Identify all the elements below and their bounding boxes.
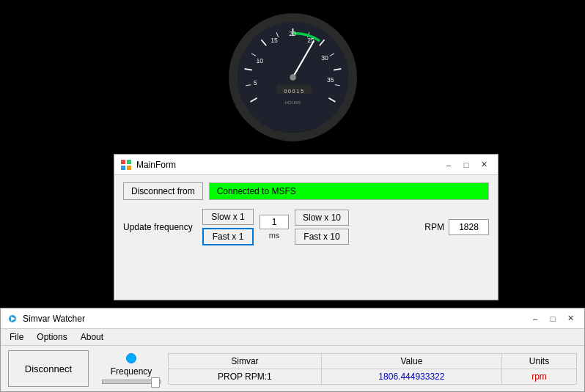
simvar-cell-value: 1806.444933322 — [321, 369, 501, 384]
svg-rect-29 — [127, 166, 131, 170]
simvar-menu: File Options About — [1, 329, 584, 346]
svg-rect-27 — [127, 160, 131, 164]
slow-x10-btn[interactable]: Slow x 10 — [295, 210, 349, 226]
simvar-header-units: Units — [502, 353, 577, 369]
slow-x1-btn[interactable]: Slow x 1 — [202, 209, 254, 225]
simvar-content: Disconnect Frequency Simvar Value Units … — [1, 346, 584, 391]
frequency-slider[interactable] — [102, 380, 161, 384]
simvar-titlebar-controls: – □ ✕ — [527, 312, 578, 325]
fast-buttons-col: Slow x 10 Fast x 10 — [295, 210, 349, 245]
mainform-close-btn[interactable]: ✕ — [476, 158, 492, 171]
mainform-title: MainForm — [136, 160, 176, 170]
simvar-icon — [7, 313, 18, 325]
simvar-cell-name: PROP RPM:1 — [169, 369, 322, 384]
mainform-minimize-btn[interactable]: – — [441, 158, 457, 171]
fast-x10-btn[interactable]: Fast x 10 — [295, 229, 349, 245]
mainform-titlebar: MainForm – □ ✕ — [114, 155, 498, 175]
ms-label: ms — [269, 231, 280, 240]
connect-row: Disconnect from Connected to MSFS — [123, 182, 489, 200]
svg-text:5: 5 — [253, 79, 257, 86]
frequency-slider-thumb — [151, 377, 160, 388]
simvar-close-btn[interactable]: ✕ — [562, 312, 578, 325]
svg-text:HOURS: HOURS — [284, 100, 301, 105]
frequency-row: Update frequency Slow x 1 Fast x 1 ms Sl… — [123, 209, 489, 245]
simvar-header-name: Simvar — [169, 353, 322, 369]
menu-about[interactable]: About — [75, 330, 109, 344]
simvar-table: Simvar Value Units PROP RPM:11806.444933… — [168, 353, 577, 385]
update-frequency-label: Update frequency — [123, 222, 196, 232]
simvar-title: Simvar Watcher — [23, 314, 85, 324]
svg-rect-28 — [121, 166, 125, 170]
fast-x1-btn[interactable]: Fast x 1 — [202, 228, 254, 245]
rpm-section: RPM 1828 — [424, 219, 489, 235]
svg-text:35: 35 — [327, 75, 334, 83]
frequency-dot — [126, 353, 136, 363]
simvar-window: Simvar Watcher – □ ✕ File Options About … — [0, 308, 585, 392]
slow-buttons-col: Slow x 1 Fast x 1 — [202, 209, 254, 245]
mainform-window: MainForm – □ ✕ Disconnect from Connected… — [114, 154, 498, 300]
mainform-maximize-btn[interactable]: □ — [458, 158, 474, 171]
simvar-disconnect-btn[interactable]: Disconnect — [8, 350, 89, 387]
svg-rect-26 — [121, 160, 125, 164]
rpm-value: 1828 — [449, 219, 489, 235]
frequency-label: Frequency — [111, 366, 152, 377]
ms-input[interactable] — [260, 215, 289, 229]
simvar-maximize-btn[interactable]: □ — [545, 312, 561, 325]
svg-text:0 0 0 1 5: 0 0 0 1 5 — [284, 88, 303, 93]
svg-text:10: 10 — [256, 57, 263, 64]
svg-point-22 — [290, 74, 296, 81]
simvar-titlebar: Simvar Watcher – □ ✕ — [1, 308, 584, 329]
disconnect-from-btn[interactable]: Disconnect from — [123, 182, 203, 200]
svg-text:30: 30 — [321, 53, 328, 61]
simvar-header-value: Value — [321, 353, 501, 369]
gauge-area: 5 10 15 20 25 30 35 0 0 0 1 5 HOURS — [0, 0, 585, 154]
connection-status: Connected to MSFS — [209, 182, 489, 200]
ms-input-group: ms — [260, 215, 289, 240]
mainform-icon — [120, 159, 132, 171]
simvar-cell-units: rpm — [502, 369, 577, 384]
rpm-label: RPM — [424, 222, 444, 232]
svg-text:20: 20 — [289, 29, 296, 37]
svg-text:15: 15 — [271, 36, 278, 43]
menu-file[interactable]: File — [4, 330, 29, 344]
mainform-titlebar-controls: – □ ✕ — [441, 158, 492, 171]
table-row: PROP RPM:11806.444933322rpm — [169, 369, 577, 384]
frequency-indicator: Frequency — [102, 353, 161, 384]
rpm-gauge: 5 10 15 20 25 30 35 0 0 0 1 5 HOURS — [229, 13, 357, 141]
mainform-content: Disconnect from Connected to MSFS Update… — [114, 175, 498, 253]
menu-options[interactable]: Options — [31, 330, 73, 344]
simvar-minimize-btn[interactable]: – — [527, 312, 543, 325]
